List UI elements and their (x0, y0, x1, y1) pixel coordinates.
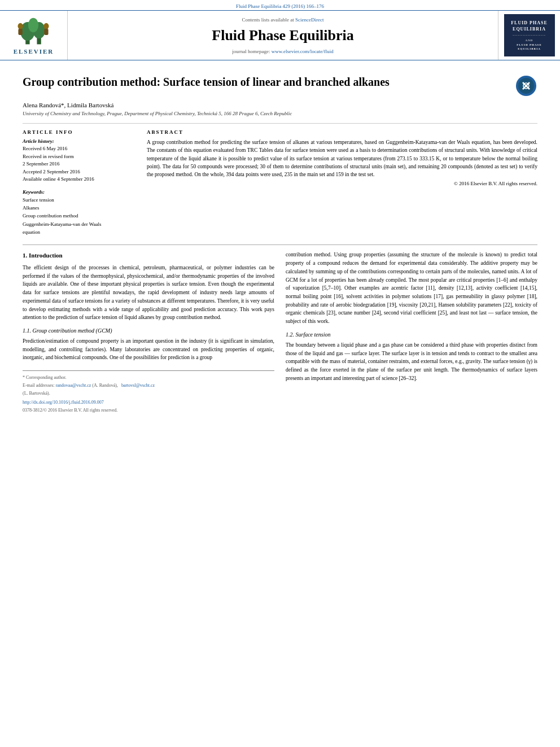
body-separator (23, 244, 537, 245)
received-revised-label: Received in revised form (23, 153, 135, 161)
journal-header: ELSEVIER Contents lists available at Sci… (0, 10, 560, 60)
accepted-date: Accepted 2 September 2016 (23, 168, 135, 176)
keyword-surface-tension: Surface tension (23, 196, 135, 204)
body-col-right: contribution method. Using group propert… (286, 251, 537, 414)
abstract-panel: ABSTRACT A group contribution method for… (147, 129, 537, 236)
body-col-left: 1. Introduction The efficient design of … (23, 251, 274, 414)
gcm-paragraph: Prediction/estimation of compound proper… (23, 337, 274, 362)
journal-cover-section: FLUID PHASE EQUILIBRIA ───────────── AND… (498, 11, 560, 60)
author1-label: (A. Randová), (92, 383, 118, 388)
doi-link[interactable]: http://dx.doi.org/10.1016/j.fluid.2016.0… (23, 399, 274, 406)
journal-cover-image: FLUID PHASE EQUILIBRIA ───────────── AND… (504, 14, 555, 56)
crossmark-section (515, 75, 537, 97)
issn-line: 0378-3812/© 2016 Elsevier B.V. All right… (23, 407, 274, 414)
article-authors: Alena Randová*, Lidmila Bartovská (23, 102, 537, 108)
keyword-gcm: Group contribution method (23, 212, 135, 220)
available-online: Available online 4 September 2016 (23, 176, 135, 184)
journal-title: Fluid Phase Equilibria (212, 27, 353, 44)
intro-paragraph-1: The efficient design of the processes in… (23, 264, 274, 322)
email-line: E-mail addresses: randovaa@vscht.cz (A. … (23, 382, 274, 389)
body-content: 1. Introduction The efficient design of … (23, 251, 537, 414)
crossmark-icon (518, 78, 534, 94)
keyword-alkanes: Alkanes (23, 204, 135, 212)
keyword-guggenheim: Guggenheim-Katayama-van der Waals (23, 220, 135, 228)
sciencedirect-link[interactable]: ScienceDirect (295, 17, 323, 23)
page: Fluid Phase Equilibria 429 (2016) 166–17… (0, 0, 560, 747)
elsevier-logo: ELSEVIER (14, 16, 54, 55)
received-date: Received 6 May 2016 (23, 145, 135, 153)
sciencedirect-label: Contents lists available at ScienceDirec… (242, 17, 324, 23)
email1-link[interactable]: randovaa@vscht.cz (56, 383, 91, 388)
abstract-copyright: © 2016 Elsevier B.V. All rights reserved… (147, 181, 537, 186)
revised-date: 2 September 2016 (23, 160, 135, 168)
svg-rect-8 (45, 29, 49, 35)
corresponding-author-note: * Corresponding author. (23, 374, 274, 381)
footer: * Corresponding author. E-mail addresses… (23, 370, 274, 414)
gcm-col2-paragraph1: contribution method. Using group propert… (286, 251, 537, 325)
journal-header-center: Contents lists available at ScienceDirec… (68, 11, 498, 60)
author2-footnote: (L. Bartovská). (23, 390, 274, 397)
surface-tension-subheading: 1.2. Surface tension (286, 330, 537, 339)
email-label: E-mail addresses: (23, 383, 55, 388)
journal-ref-text: Fluid Phase Equilibria 429 (2016) 166–17… (236, 3, 324, 9)
doi-anchor[interactable]: http://dx.doi.org/10.1016/j.fluid.2016.0… (23, 400, 104, 405)
elsevier-logo-section: ELSEVIER (0, 11, 68, 60)
introduction-heading: 1. Introduction (23, 251, 274, 260)
article-info-heading: ARTICLE INFO (23, 129, 135, 135)
article-title: Group contribution method: Surface tensi… (23, 75, 506, 89)
surface-tension-paragraph: The boundary between a liquid phase and … (286, 341, 537, 383)
article-info-abstract: ARTICLE INFO Article history: Received 6… (23, 123, 537, 236)
article-history-title: Article history: (23, 138, 135, 144)
homepage-url[interactable]: www.elsevier.com/locate/fluid (272, 49, 334, 54)
elsevier-tree-icon (14, 16, 53, 47)
svg-point-5 (18, 23, 23, 29)
main-content: Group contribution method: Surface tensi… (0, 60, 560, 425)
article-title-section: Group contribution method: Surface tensi… (23, 69, 537, 97)
svg-rect-6 (19, 29, 23, 35)
keyword-equation: equation (23, 228, 135, 236)
abstract-text: A group contribution method for predicti… (147, 138, 537, 178)
journal-homepage: journal homepage: www.elsevier.com/locat… (232, 49, 333, 54)
svg-point-4 (28, 18, 38, 33)
article-info-panel: ARTICLE INFO Article history: Received 6… (23, 129, 135, 236)
email2-link[interactable]: bartovsl@vscht.cz (121, 383, 155, 388)
crossmark-badge (516, 76, 536, 96)
article-affiliation: University of Chemistry and Technology, … (23, 111, 537, 116)
abstract-heading: ABSTRACT (147, 129, 537, 135)
elsevier-brand-text: ELSEVIER (14, 48, 54, 55)
gcm-subheading: 1.1. Group contribution method (GCM) (23, 326, 274, 335)
journal-reference-bar: Fluid Phase Equilibria 429 (2016) 166–17… (0, 0, 560, 10)
svg-point-7 (44, 23, 49, 29)
keywords-title: Keywords: (23, 189, 135, 195)
